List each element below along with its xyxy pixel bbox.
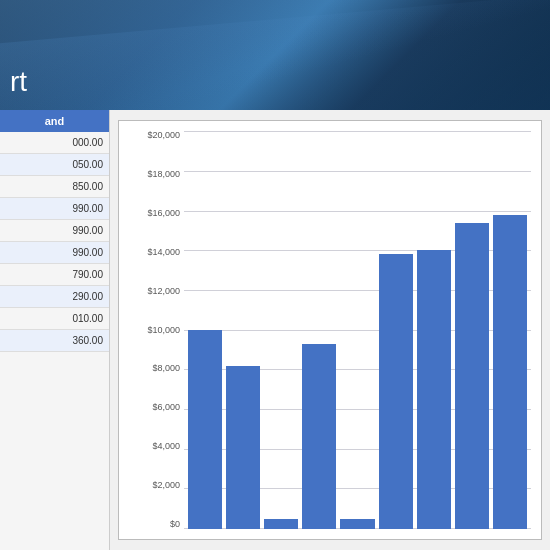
chart-bar[interactable] bbox=[379, 254, 413, 529]
y-axis: $0$2,000$4,000$6,000$8,000$10,000$12,000… bbox=[129, 131, 184, 529]
bars-row bbox=[184, 131, 531, 529]
chart-bar[interactable] bbox=[188, 330, 222, 529]
main-content: and 000.00 050.00 850.00 990.00 990.00 9… bbox=[0, 110, 550, 550]
y-axis-label: $14,000 bbox=[129, 248, 180, 257]
left-panel-header: and bbox=[0, 110, 109, 132]
list-item: 050.00 bbox=[0, 154, 109, 176]
y-axis-label: $4,000 bbox=[129, 442, 180, 451]
list-item: 990.00 bbox=[0, 242, 109, 264]
chart-bar[interactable] bbox=[455, 223, 489, 529]
chart-bar[interactable] bbox=[340, 519, 374, 529]
bars-container bbox=[184, 131, 531, 529]
y-axis-label: $12,000 bbox=[129, 287, 180, 296]
y-axis-label: $2,000 bbox=[129, 481, 180, 490]
list-item: 000.00 bbox=[0, 132, 109, 154]
list-item: 850.00 bbox=[0, 176, 109, 198]
y-axis-label: $8,000 bbox=[129, 364, 180, 373]
y-axis-label: $0 bbox=[129, 520, 180, 529]
list-item: 360.00 bbox=[0, 330, 109, 352]
list-item: 010.00 bbox=[0, 308, 109, 330]
list-item: 290.00 bbox=[0, 286, 109, 308]
chart-bar[interactable] bbox=[417, 250, 451, 529]
list-item: 790.00 bbox=[0, 264, 109, 286]
chart-bar[interactable] bbox=[302, 344, 336, 529]
y-axis-label: $18,000 bbox=[129, 170, 180, 179]
chart-inner: $0$2,000$4,000$6,000$8,000$10,000$12,000… bbox=[129, 131, 531, 529]
left-panel: and 000.00 050.00 850.00 990.00 990.00 9… bbox=[0, 110, 110, 550]
chart-bar[interactable] bbox=[493, 215, 527, 529]
list-item: 990.00 bbox=[0, 198, 109, 220]
header-banner: rt bbox=[0, 0, 550, 110]
y-axis-label: $20,000 bbox=[129, 131, 180, 140]
chart-area: $0$2,000$4,000$6,000$8,000$10,000$12,000… bbox=[118, 120, 542, 540]
page-title: rt bbox=[10, 66, 27, 98]
chart-bar[interactable] bbox=[226, 366, 260, 529]
chart-bar[interactable] bbox=[264, 519, 298, 529]
y-axis-label: $16,000 bbox=[129, 209, 180, 218]
list-item: 990.00 bbox=[0, 220, 109, 242]
y-axis-label: $10,000 bbox=[129, 326, 180, 335]
y-axis-label: $6,000 bbox=[129, 403, 180, 412]
